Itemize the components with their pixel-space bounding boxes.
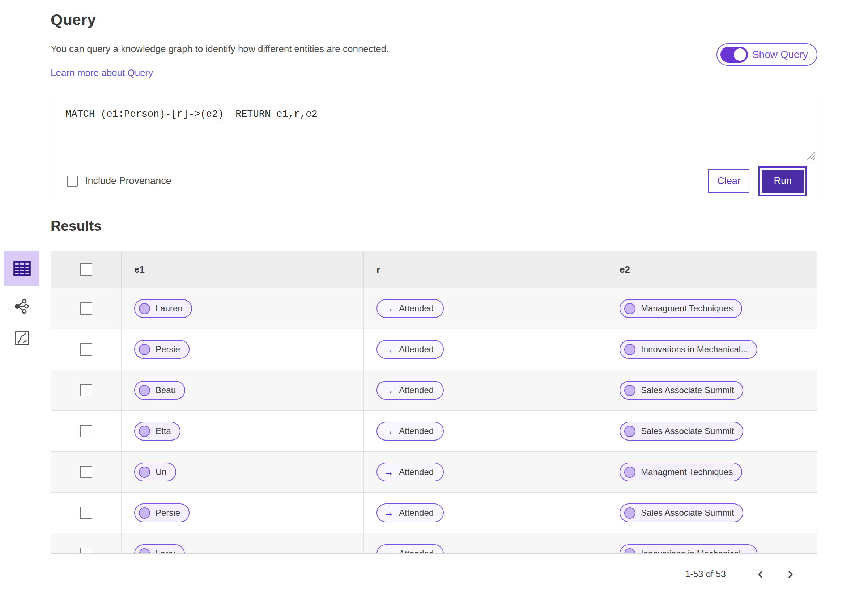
cell-e1: Etta [121,411,364,452]
relation-pill[interactable]: → Attended [377,381,444,400]
page-title: Query [51,11,868,28]
table-row: Larry → Attended Innovations in Mechanic… [51,533,817,553]
entity-pill[interactable]: Sales Associate Summit [620,381,743,400]
cell-e1: Uri [121,452,364,492]
clear-button[interactable]: Clear [708,169,749,193]
row-checkbox[interactable] [80,425,92,437]
entity-node-icon [624,426,635,437]
cell-e1: Lauren [121,288,364,329]
cell-e2: Innovations in Mechanical... [607,329,817,370]
row-checkbox[interactable] [80,466,92,478]
entity-pill[interactable]: Beau [134,381,185,400]
column-header-r[interactable]: r [364,251,607,288]
pagination-prev-button[interactable] [753,567,768,582]
path-view-button[interactable] [5,327,39,349]
relation-pill[interactable]: → Attended [377,544,444,553]
pagination-range: 1-53 of 53 [685,569,726,579]
cell-e1: Beau [121,370,364,411]
entity-label: Innovations in Mechanical... [641,344,748,355]
entity-pill[interactable]: Larry [134,544,185,553]
toggle-knob [734,48,746,61]
view-switcher-rail [5,251,39,349]
entity-node-icon [139,467,150,478]
entity-node-icon [139,303,150,314]
entity-pill[interactable]: Innovations in Mechanical... [620,544,757,553]
cell-r: → Attended [364,533,607,553]
row-checkbox-cell [51,533,121,553]
table-row: Etta → Attended Sales Associate Summit [51,411,817,452]
entity-pill[interactable]: Persie [134,340,189,359]
relation-pill[interactable]: → Attended [377,299,444,318]
show-query-toggle[interactable]: Show Query [717,43,817,66]
entity-pill[interactable]: Managment Techniques [620,299,742,318]
entity-pill[interactable]: Uri [134,462,176,481]
column-header-e2[interactable]: e2 [607,251,817,288]
arrow-right-icon: → [384,508,394,518]
table-row: Uri → Attended Managment Techniques [51,452,817,492]
query-panel: MATCH (e1:Person)-[r]->(e2) RETURN e1,r,… [51,99,817,200]
entity-node-icon [139,548,150,554]
row-checkbox-cell [51,492,121,533]
entity-pill[interactable]: Etta [134,422,180,441]
results-title: Results [51,218,868,234]
row-checkbox-cell [51,411,121,452]
entity-pill[interactable]: Lauren [134,299,192,318]
relation-pill[interactable]: → Attended [377,340,444,359]
cell-r: → Attended [364,329,607,370]
cell-r: → Attended [364,411,607,452]
relation-label: Attended [399,303,434,314]
entity-node-icon [624,548,635,554]
column-header-e1[interactable]: e1 [121,251,364,288]
entity-pill[interactable]: Sales Associate Summit [620,422,743,441]
graph-view-button[interactable] [5,295,39,318]
relation-pill[interactable]: → Attended [377,503,444,522]
row-checkbox[interactable] [80,343,92,356]
entity-label: Larry [156,548,176,553]
entity-pill[interactable]: Innovations in Mechanical... [620,340,757,359]
row-checkbox[interactable] [80,507,92,519]
cell-e1: Persie [121,492,364,533]
entity-pill[interactable]: Managment Techniques [620,462,742,481]
entity-node-icon [139,508,150,519]
relation-pill[interactable]: → Attended [377,462,444,481]
entity-node-icon [624,344,635,355]
relation-label: Attended [399,344,434,355]
cell-e2: Managment Techniques [607,288,817,329]
cell-r: → Attended [364,288,607,329]
cell-r: → Attended [364,492,607,533]
entity-label: Sales Associate Summit [641,385,734,395]
entity-node-icon [624,508,635,519]
pagination-next-button[interactable] [782,567,798,582]
include-provenance-option[interactable]: Include Provenance [67,176,171,186]
table-view-button[interactable] [5,251,39,286]
relation-label: Attended [399,426,434,436]
entity-pill[interactable]: Sales Associate Summit [620,503,743,522]
row-checkbox[interactable] [80,548,92,553]
row-checkbox[interactable] [80,302,92,315]
row-checkbox[interactable] [80,384,92,396]
table-row: Lauren → Attended Managment Techniques [51,288,817,329]
run-button[interactable]: Run [762,170,804,193]
cell-e1: Persie [121,329,364,370]
query-editor[interactable]: MATCH (e1:Person)-[r]->(e2) RETURN e1,r,… [51,100,817,162]
share-network-icon [14,298,31,315]
header-checkbox-cell [51,251,121,288]
entity-label: Persie [156,508,180,518]
arrow-right-icon: → [384,386,394,395]
arrow-right-icon: → [384,345,394,355]
arrow-right-icon: → [384,304,394,314]
table-header-row: e1 r e2 [51,251,817,288]
chevron-right-icon [785,569,796,580]
include-provenance-checkbox[interactable] [67,176,78,186]
entity-pill[interactable]: Persie [134,503,189,522]
resize-handle-icon[interactable] [806,152,815,160]
cell-r: → Attended [364,370,607,411]
query-text[interactable]: MATCH (e1:Person)-[r]->(e2) RETURN e1,r,… [65,109,803,120]
select-all-checkbox[interactable] [80,263,92,276]
table-grid-icon [12,258,33,279]
learn-more-link[interactable]: Learn more about Query [51,67,153,79]
table-row: Persie → Attended Innovations in Mechani… [51,329,817,370]
toggle-on-icon [720,47,748,62]
relation-label: Attended [399,508,434,518]
relation-pill[interactable]: → Attended [377,422,444,441]
